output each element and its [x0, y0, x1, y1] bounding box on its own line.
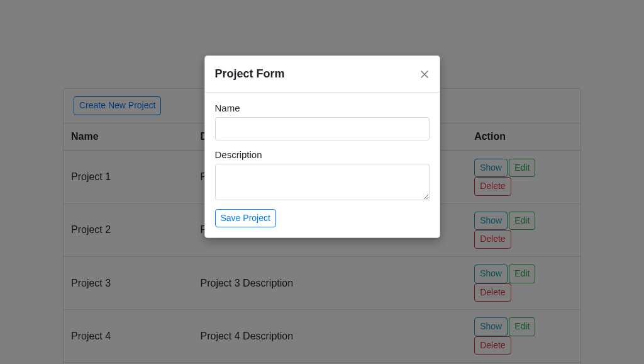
save-project-button[interactable]: Save Project — [215, 209, 276, 228]
name-label: Name — [215, 103, 430, 113]
description-input[interactable] — [215, 164, 430, 200]
name-input[interactable] — [215, 117, 430, 140]
modal-header: Project Form — [205, 56, 440, 93]
modal-title: Project Form — [215, 66, 285, 82]
description-form-group: Description — [215, 149, 430, 200]
description-label: Description — [215, 149, 430, 160]
name-form-group: Name — [215, 103, 430, 140]
modal-dialog: Project Form Name Description Save — [204, 55, 440, 238]
close-icon[interactable] — [419, 67, 430, 82]
modal-body: Name Description Save Project — [205, 93, 440, 237]
modal-content: Project Form Name Description Save — [204, 55, 440, 238]
